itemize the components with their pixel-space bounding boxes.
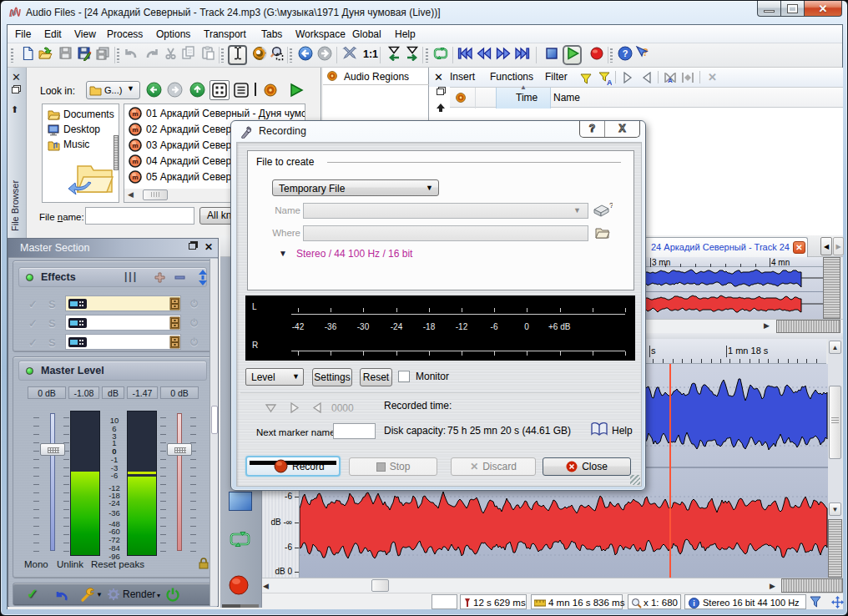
svg-text:A: A	[607, 78, 612, 86]
svg-text:?: ?	[623, 48, 628, 58]
svg-text:?: ?	[609, 202, 613, 210]
svg-text:i: i	[693, 599, 695, 608]
svg-text:m: m	[132, 142, 138, 149]
svg-text:A: A	[668, 77, 673, 83]
svg-text:m: m	[132, 158, 138, 165]
svg-text:m: m	[132, 126, 138, 134]
svg-text:m: m	[132, 110, 138, 118]
svg-text:m: m	[132, 174, 138, 181]
